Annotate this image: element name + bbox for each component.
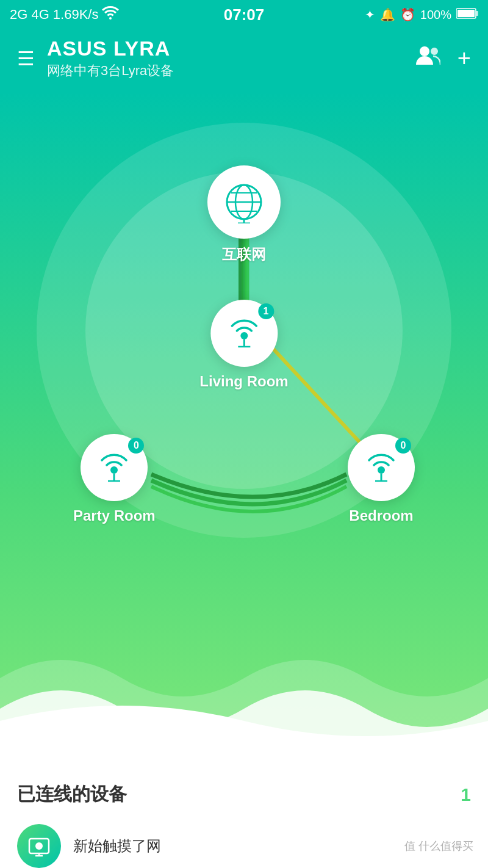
internet-node-circle <box>207 165 281 239</box>
bedroom-circle: 0 <box>348 434 415 501</box>
svg-point-16 <box>240 332 248 339</box>
bedroom-node[interactable]: 0 Bedroom <box>348 434 415 524</box>
living-room-label: Living Room <box>199 373 288 390</box>
party-room-label: Party Room <box>73 507 156 524</box>
svg-point-26 <box>35 842 43 850</box>
status-right: ✦ 🔔 ⏰ 100% <box>365 7 478 23</box>
main-area: 互联网 1 Living Room <box>0 92 488 764</box>
party-room-badge: 0 <box>128 438 144 454</box>
device-item[interactable]: 新始触摸了网 <box>17 824 471 868</box>
battery-icon <box>456 7 478 23</box>
app-subtitle: 网络中有3台Lyra设备 <box>47 62 416 80</box>
app-header: ☰ ASUS LYRA 网络中有3台Lyra设备 + <box>0 29 488 92</box>
bedroom-badge: 0 <box>395 438 411 454</box>
svg-rect-2 <box>458 10 475 17</box>
svg-point-3 <box>420 46 429 56</box>
bluetooth-icon: ✦ <box>365 7 375 22</box>
device-avatar <box>17 824 61 868</box>
svg-point-19 <box>110 466 118 474</box>
signal-icon-party <box>96 449 132 486</box>
signal-strength: 2G 4G <box>10 7 49 23</box>
connected-devices-count: 1 <box>461 784 471 805</box>
header-title-group: ASUS LYRA 网络中有3台Lyra设备 <box>35 37 416 80</box>
status-bar: 2G 4G 1.69K/s 07:07 ✦ 🔔 ⏰ 100% <box>0 0 488 29</box>
svg-rect-1 <box>476 11 478 16</box>
svg-point-22 <box>378 466 385 474</box>
network-diagram: 互联网 1 Living Room <box>61 153 427 568</box>
wave-svg <box>0 629 488 764</box>
wifi-icon <box>102 6 119 23</box>
living-room-circle: 1 <box>210 300 278 367</box>
internet-node[interactable]: 互联网 <box>207 165 281 264</box>
network-speed: 1.69K/s <box>53 7 99 23</box>
internet-label: 互联网 <box>222 245 266 264</box>
battery-text: 100% <box>420 8 451 22</box>
living-room-node[interactable]: 1 Living Room <box>199 300 288 390</box>
add-button[interactable]: + <box>458 45 471 71</box>
wave-section <box>0 629 488 764</box>
alarm-icon: 🔔 <box>380 7 395 22</box>
globe-icon <box>223 181 265 223</box>
signal-icon-bedroom <box>363 449 400 486</box>
signal-icon-living <box>226 315 262 352</box>
app-title: ASUS LYRA <box>47 37 416 60</box>
connected-devices-title: 已连线的设备 <box>17 782 127 807</box>
connected-devices-header: 已连线的设备 1 <box>17 782 471 807</box>
bedroom-label: Bedroom <box>349 507 413 524</box>
party-room-circle: 0 <box>81 434 148 501</box>
header-actions: + <box>416 45 471 71</box>
party-room-node[interactable]: 0 Party Room <box>73 434 156 524</box>
svg-point-4 <box>431 48 438 55</box>
status-time: 07:07 <box>224 5 265 24</box>
clock-icon: ⏰ <box>400 7 415 22</box>
living-room-badge: 1 <box>258 303 274 319</box>
status-left: 2G 4G 1.69K/s <box>10 6 119 23</box>
watermark: 值 什么值得买 <box>404 839 473 853</box>
users-button[interactable] <box>416 45 440 71</box>
menu-button[interactable]: ☰ <box>17 49 35 68</box>
